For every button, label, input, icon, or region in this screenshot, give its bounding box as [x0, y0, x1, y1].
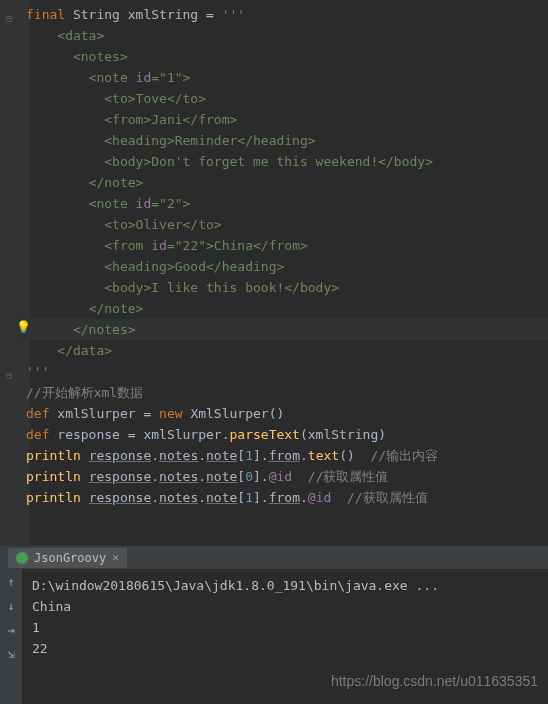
code-line[interactable]: def response = xmlSlurper.parseText(xmlS…	[18, 424, 548, 445]
code-line[interactable]: </note>	[18, 172, 548, 193]
soft-wrap-icon[interactable]: ⇥	[4, 623, 18, 637]
fold-icon[interactable]: ⊟	[6, 365, 12, 386]
run-tab-jsongroovy[interactable]: JsonGroovy ×	[8, 548, 127, 568]
close-icon[interactable]: ×	[112, 551, 119, 564]
code-line[interactable]: println response.notes.note[0].@id //获取属…	[18, 466, 548, 487]
code-line[interactable]: ⊟final String xmlString = '''	[18, 4, 548, 25]
up-stack-icon[interactable]: ↑	[4, 575, 18, 589]
run-tab-label: JsonGroovy	[34, 551, 106, 565]
run-tab-bar: JsonGroovy ×	[0, 545, 548, 569]
console-line: 22	[32, 638, 538, 659]
code-line[interactable]: <to>Tove</to>	[18, 88, 548, 109]
console-panel: ↑ ↓ ⇥ ⇲ D:\window20180615\Java\jdk1.8.0_…	[0, 569, 548, 704]
code-line[interactable]: <to>Oliver</to>	[18, 214, 548, 235]
console-line: D:\window20180615\Java\jdk1.8.0_191\bin\…	[32, 575, 538, 596]
code-line[interactable]: <from id="22">China</from>	[18, 235, 548, 256]
code-line[interactable]: def xmlSlurper = new XmlSlurper()	[18, 403, 548, 424]
code-area[interactable]: ⊟final String xmlString = ''' <data> <no…	[18, 4, 548, 508]
code-line[interactable]: </note>	[18, 298, 548, 319]
console-output[interactable]: D:\window20180615\Java\jdk1.8.0_191\bin\…	[22, 569, 548, 704]
code-line[interactable]: <note id="2">	[18, 193, 548, 214]
scroll-end-icon[interactable]: ⇲	[4, 647, 18, 661]
code-line[interactable]: <data>	[18, 25, 548, 46]
code-line[interactable]: <from>Jani</from>	[18, 109, 548, 130]
code-line[interactable]: <body>I like this book!</body>	[18, 277, 548, 298]
console-toolbar: ↑ ↓ ⇥ ⇲	[0, 569, 22, 704]
code-editor[interactable]: 💡 ⊟final String xmlString = ''' <data> <…	[0, 0, 548, 545]
run-ok-icon	[16, 552, 28, 564]
code-line[interactable]: </data>	[18, 340, 548, 361]
code-line[interactable]: ⊟'''	[18, 361, 548, 382]
fold-icon[interactable]: ⊟	[6, 8, 12, 29]
code-line[interactable]: println response.notes.note[1].from.text…	[18, 445, 548, 466]
code-line[interactable]: println response.notes.note[1].from.@id …	[18, 487, 548, 508]
intention-bulb-icon[interactable]: 💡	[16, 320, 31, 334]
code-line[interactable]: <heading>Reminder</heading>	[18, 130, 548, 151]
down-stack-icon[interactable]: ↓	[4, 599, 18, 613]
watermark-text: https://blog.csdn.net/u011635351	[331, 671, 538, 692]
code-line[interactable]: <notes>	[18, 46, 548, 67]
code-line[interactable]: <note id="1">	[18, 67, 548, 88]
code-line[interactable]: <body>Don't forget me this weekend!</bod…	[18, 151, 548, 172]
code-line[interactable]: //开始解析xml数据	[18, 382, 548, 403]
console-line: 1	[32, 617, 538, 638]
console-line: China	[32, 596, 538, 617]
code-line[interactable]: <heading>Good</heading>	[18, 256, 548, 277]
code-line[interactable]: </notes>	[18, 319, 548, 340]
